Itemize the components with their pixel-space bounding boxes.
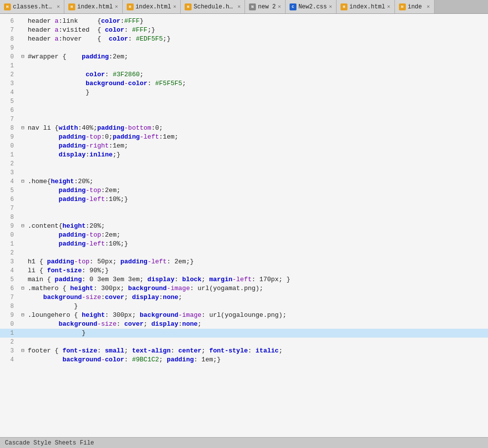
line-number-26: 2: [4, 249, 14, 257]
fold-btn-37[interactable]: ⊟: [20, 347, 26, 355]
code-content-31: background-size:cover; display:none;: [28, 293, 484, 302]
tab-icon-3: H: [185, 3, 192, 10]
line-number-24: 0: [4, 231, 14, 240]
tab-1[interactable]: Hindex.html×: [64, 0, 123, 14]
tab-4[interactable]: Nnew 2×: [245, 0, 286, 14]
line-number-20: 6: [4, 195, 14, 204]
code-area: 6header a:link {color:#FFF}7header a:vis…: [0, 14, 488, 437]
tab-5[interactable]: CNew2.css×: [286, 0, 337, 14]
code-line-34: 0 background-size: cover; display:none;: [0, 320, 488, 329]
fold-btn-30[interactable]: ⊟: [20, 284, 26, 293]
fold-btn-12[interactable]: ⊟: [20, 124, 26, 133]
line-number-33: 9: [4, 311, 14, 320]
code-content-38: background-color: #9BC1C2; padding: 1em;…: [28, 355, 484, 364]
code-content-35: }: [28, 329, 484, 338]
line-number-21: 7: [4, 204, 14, 213]
code-line-38: 4 background-color: #9BC1C2; padding: 1e…: [0, 355, 488, 364]
editor: 6header a:link {color:#FFF}7header a:vis…: [0, 14, 488, 437]
line-number-22: 8: [4, 213, 14, 222]
fold-btn-33[interactable]: ⊟: [20, 311, 26, 320]
code-line-12: 8⊟nav li {width:40%;padding-bottom:0;: [0, 124, 488, 133]
tab-close-5[interactable]: ×: [329, 4, 332, 10]
fold-btn-18[interactable]: ⊟: [20, 177, 26, 186]
code-line-23: 9⊟.content{height:20%;: [0, 222, 488, 231]
code-line-25: 1 padding-left:10%;}: [0, 240, 488, 249]
code-content-12: nav li {width:40%;padding-bottom:0;: [28, 124, 484, 133]
code-line-3: 9: [0, 44, 488, 52]
tab-7[interactable]: Hinde×: [395, 0, 435, 14]
tab-6[interactable]: Hindex.html×: [337, 0, 395, 14]
line-number-25: 1: [4, 240, 14, 249]
code-line-22: 8: [0, 213, 488, 222]
code-line-31: 7 background-size:cover; display:none;: [0, 293, 488, 302]
tab-label-4: new 2: [258, 3, 276, 10]
code-line-15: 1 display:inline;}: [0, 150, 488, 159]
tab-close-7[interactable]: ×: [427, 4, 430, 10]
code-line-18: 4⊟.home{height:20%;: [0, 177, 488, 186]
tab-3[interactable]: HSchedule.html×: [181, 0, 245, 14]
line-number-11: 7: [4, 115, 14, 124]
tab-label-1: index.html: [77, 3, 113, 10]
code-line-36: 2: [0, 338, 488, 347]
code-line-32: 8 }: [0, 302, 488, 311]
tab-label-2: index.html: [136, 3, 171, 10]
line-number-23: 9: [4, 222, 14, 231]
tab-2[interactable]: Hindex.html×: [123, 0, 181, 14]
tab-label-6: index.html: [349, 3, 385, 10]
line-number-30: 6: [4, 284, 14, 293]
fold-btn-4[interactable]: ⊟: [20, 52, 26, 61]
line-number-5: 1: [4, 61, 14, 70]
code-line-29: 5main { padding: 0 3em 3em 3em; display:…: [0, 275, 488, 284]
line-number-38: 4: [4, 355, 14, 364]
line-number-14: 0: [4, 142, 14, 150]
code-content-2: header a:hover { color: #EDF5F5;}: [28, 35, 484, 44]
tab-0[interactable]: Hclasses.html×: [0, 0, 64, 14]
code-content-24: padding-top:2em;: [28, 231, 484, 240]
code-content-32: }: [28, 302, 484, 311]
line-number-7: 3: [4, 79, 14, 88]
tab-label-7: inde: [408, 3, 425, 10]
code-line-9: 5: [0, 97, 488, 106]
code-content-25: padding-left:10%;}: [28, 240, 484, 249]
tab-icon-4: N: [249, 3, 256, 10]
line-number-8: 4: [4, 88, 14, 97]
line-number-3: 9: [4, 44, 14, 52]
code-content-1: header a:visited { color: #FFF;}: [28, 26, 484, 35]
tab-close-2[interactable]: ×: [173, 4, 177, 10]
code-content-37: footer { font-size: small; text-align: c…: [28, 347, 484, 355]
code-content-20: padding-left:10%;}: [28, 195, 484, 204]
code-content-14: padding-right:1em;: [28, 142, 484, 150]
line-number-31: 7: [4, 293, 14, 302]
fold-btn-23[interactable]: ⊟: [20, 222, 26, 231]
code-line-26: 2: [0, 249, 488, 257]
line-number-29: 5: [4, 275, 14, 284]
code-line-17: 3: [0, 168, 488, 177]
code-line-0: 6header a:link {color:#FFF}: [0, 17, 488, 26]
line-number-18: 4: [4, 177, 14, 186]
tab-label-3: Schedule.html: [194, 3, 235, 10]
tab-close-6[interactable]: ×: [387, 4, 390, 10]
code-line-20: 6 padding-left:10%;}: [0, 195, 488, 204]
code-line-16: 2: [0, 159, 488, 168]
line-number-32: 8: [4, 302, 14, 311]
line-number-10: 6: [4, 106, 14, 115]
line-number-0: 6: [4, 17, 14, 26]
code-content-8: }: [28, 88, 484, 97]
code-line-6: 2 color: #3F2860;: [0, 70, 488, 79]
code-line-4: 0⊟#wrapper { padding:2em;: [0, 52, 488, 61]
line-number-9: 5: [4, 97, 14, 106]
status-text: Cascade Style Sheets File: [5, 440, 94, 447]
code-line-35: 1 }: [0, 329, 488, 338]
line-number-17: 3: [4, 168, 14, 177]
tab-close-0[interactable]: ×: [56, 4, 60, 10]
code-content-4: #wrapper { padding:2em;: [28, 52, 484, 61]
tab-close-4[interactable]: ×: [278, 4, 281, 10]
tab-close-1[interactable]: ×: [115, 4, 118, 10]
code-content-13: padding-top:0;padding-left:1em;: [28, 133, 484, 142]
tab-close-3[interactable]: ×: [238, 4, 241, 10]
code-line-10: 6: [0, 106, 488, 115]
code-content-23: .content{height:20%;: [28, 222, 484, 231]
code-line-14: 0 padding-right:1em;: [0, 142, 488, 150]
line-number-13: 9: [4, 133, 14, 142]
code-line-2: 8header a:hover { color: #EDF5F5;}: [0, 35, 488, 44]
